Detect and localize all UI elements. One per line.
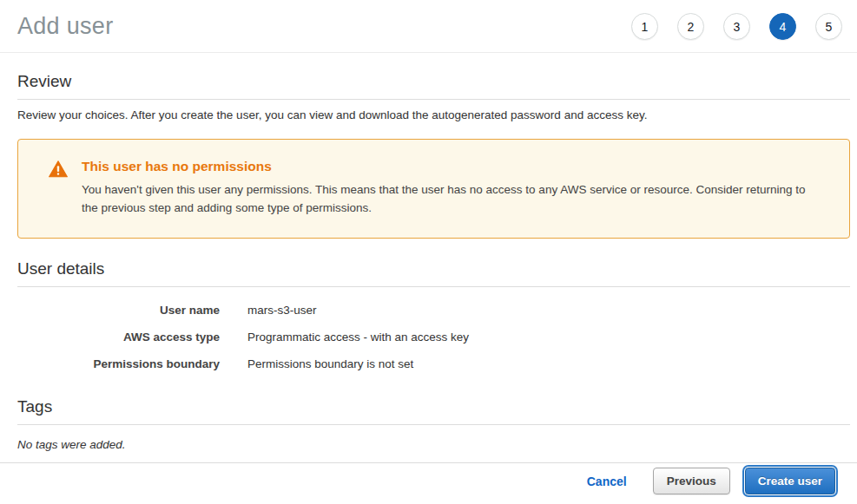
warning-title: This user has no permissions [82,159,825,174]
detail-row-permissions-boundary: Permissions boundary Permissions boundar… [17,356,850,372]
section-divider [17,286,850,287]
step-4-indicator: 4 [769,13,796,40]
detail-label: User name [17,302,220,318]
detail-row-access-type: AWS access type Programmatic access - wi… [17,329,850,345]
page-title: Add user [17,13,113,40]
tags-empty-message: No tags were added. [17,438,850,451]
step-indicator: 1 2 3 4 5 [631,13,842,40]
tags-section: Tags No tags were added. [17,397,850,451]
step-1-indicator: 1 [631,13,658,40]
step-5-indicator: 5 [815,13,842,40]
create-user-button[interactable]: Create user [745,468,835,494]
review-heading: Review [17,72,850,91]
detail-label: Permissions boundary [17,356,220,372]
detail-row-user-name: User name mars-s3-user [17,302,850,318]
cancel-button[interactable]: Cancel [587,475,627,488]
user-details-heading: User details [17,259,850,278]
user-details-table: User name mars-s3-user AWS access type P… [17,302,850,372]
no-permissions-warning: This user has no permissions You haven't… [17,139,850,239]
detail-value: Permissions boundary is not set [247,356,413,372]
detail-value: Programmatic access - with an access key [247,329,469,345]
wizard-footer: Cancel Previous Create user [0,462,857,504]
tags-heading: Tags [17,397,850,416]
warning-triangle-icon [49,160,68,178]
step-3-indicator: 3 [723,13,750,40]
review-description: Review your choices. After you create th… [17,108,850,121]
section-divider [17,99,850,100]
review-page: Review Review your choices. After you cr… [0,53,857,451]
section-divider [17,424,850,425]
detail-value: mars-s3-user [247,302,317,318]
detail-label: AWS access type [17,329,220,345]
previous-button[interactable]: Previous [653,468,730,494]
step-2-indicator: 2 [677,13,704,40]
review-section: Review Review your choices. After you cr… [17,72,850,121]
page-header: Add user 1 2 3 4 5 [0,0,857,53]
warning-content: This user has no permissions You haven't… [82,159,825,217]
warning-body: You haven't given this user any permissi… [82,180,825,217]
user-details-section: User details User name mars-s3-user AWS … [17,259,850,372]
